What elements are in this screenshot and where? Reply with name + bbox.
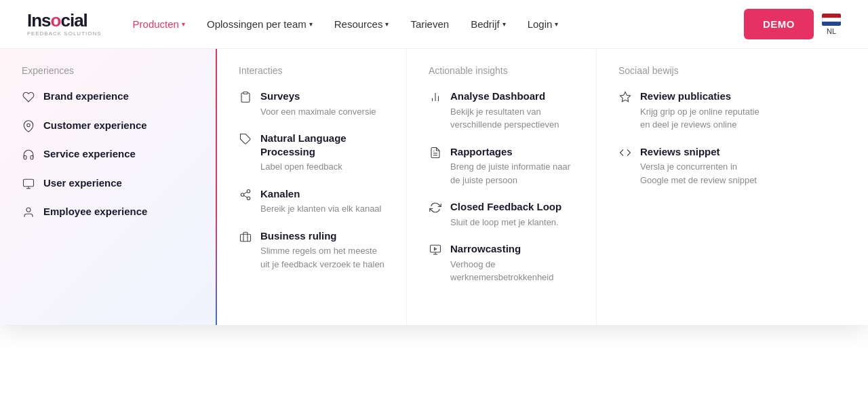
monitor-icon <box>22 177 35 191</box>
svg-point-8 <box>241 193 244 196</box>
heart-icon <box>22 90 35 104</box>
nav-item-login[interactable]: Login ▾ <box>518 13 568 35</box>
bar-chart-icon <box>429 90 442 104</box>
review-publicaties-title: Review publicaties <box>640 90 765 103</box>
kanalen-item[interactable]: Kanalen Bereik je klanten via elk kanaal <box>239 187 384 216</box>
business-ruling-item[interactable]: Business ruling Slimme regels om het mee… <box>239 229 384 271</box>
analyse-dashboard-title: Analyse Dashboard <box>450 90 574 103</box>
business-ruling-title: Business ruling <box>260 229 384 243</box>
map-pin-icon <box>22 119 35 133</box>
svg-point-7 <box>247 189 250 193</box>
headphones-icon <box>22 148 35 161</box>
svg-rect-12 <box>241 234 251 242</box>
customer-experience-item[interactable]: Customer experience <box>22 119 194 134</box>
closed-feedback-loop-title: Closed Feedback Loop <box>450 200 561 214</box>
service-experience-title: Service experience <box>43 147 136 161</box>
refresh-cw-icon <box>429 201 442 214</box>
nav-item-oplossingen[interactable]: Oplossingen per team ▾ <box>197 13 322 35</box>
nav-items: Producten ▾ Oplossingen per team ▾ Resou… <box>123 13 744 35</box>
rapportages-item[interactable]: Rapportages Breng de juiste informatie n… <box>429 145 574 187</box>
star-icon <box>618 90 632 104</box>
logo-text: Insocial <box>27 12 102 29</box>
svg-point-9 <box>247 197 250 200</box>
surveys-desc: Voor een maximale conversie <box>260 105 376 119</box>
svg-rect-5 <box>243 92 248 94</box>
nav-item-producten[interactable]: Producten ▾ <box>123 13 195 35</box>
tag-icon <box>239 132 252 146</box>
analyse-dashboard-desc: Bekijk je resultaten van verschillende p… <box>450 105 574 132</box>
surveys-title: Surveys <box>260 90 376 103</box>
brand-experience-title: Brand experience <box>43 90 129 103</box>
review-publicaties-desc: Krijg grip op je online reputatie en dee… <box>640 105 765 132</box>
actionable-insights-title: Actionable insights <box>429 65 574 76</box>
svg-line-10 <box>243 195 247 197</box>
logo-subtitle: Feedback Solutions <box>27 31 102 37</box>
review-publicaties-item[interactable]: Review publicaties Krijg grip op je onli… <box>618 90 765 132</box>
closed-feedback-loop-item[interactable]: Closed Feedback Loop Sluit de loop met j… <box>429 200 574 229</box>
chevron-down-icon: ▾ <box>182 20 185 28</box>
surveys-item[interactable]: Surveys Voor een maximale conversie <box>239 90 384 118</box>
nlp-item[interactable]: Natural Language Processing Label open f… <box>239 132 384 174</box>
svg-rect-1 <box>24 179 34 187</box>
briefcase-icon <box>239 230 252 244</box>
chevron-down-icon: ▾ <box>309 20 313 28</box>
analyse-dashboard-item[interactable]: Analyse Dashboard Bekijk je resultaten v… <box>429 90 574 132</box>
demo-button[interactable]: DEMO <box>744 9 814 39</box>
nav-right: DEMO NL <box>744 9 841 39</box>
nav-item-bedrijf[interactable]: Bedrijf ▾ <box>461 13 515 35</box>
narrowcasting-desc: Verhoog de werknemersbetrokkenheid <box>450 258 574 284</box>
interacties-title: Interacties <box>239 65 384 76</box>
svg-point-4 <box>26 208 31 212</box>
svg-marker-21 <box>435 248 437 250</box>
svg-line-11 <box>243 191 247 193</box>
brand-experience-item[interactable]: Brand experience <box>22 90 194 105</box>
closed-feedback-loop-desc: Sluit de loop met je klanten. <box>450 216 561 229</box>
user-experience-item[interactable]: User experience <box>22 176 194 192</box>
experiences-section: Experiences Brand experience Customer ex… <box>0 49 217 325</box>
nlp-desc: Label open feedback <box>260 160 384 174</box>
narrowcasting-title: Narrowcasting <box>450 242 574 256</box>
interacties-section: Interacties Surveys Voor een maximale co… <box>217 49 407 325</box>
customer-experience-title: Customer experience <box>43 119 147 132</box>
rapportages-title: Rapportages <box>450 145 574 159</box>
narrowcasting-item[interactable]: Narrowcasting Verhoog de werknemersbetro… <box>429 242 574 284</box>
navbar: Insocial Feedback Solutions Producten ▾ … <box>0 0 868 49</box>
sociaal-bewijs-title: Sociaal bewijs <box>618 65 765 76</box>
reviews-snippet-desc: Versla je concurrenten in Google met de … <box>640 160 765 187</box>
svg-point-0 <box>27 123 31 127</box>
reviews-snippet-title: Reviews snippet <box>640 145 765 159</box>
products-dropdown: Experiences Brand experience Customer ex… <box>0 49 868 325</box>
employee-experience-item[interactable]: Employee experience <box>22 205 194 221</box>
chevron-down-icon: ▾ <box>555 20 558 28</box>
employee-experience-title: Employee experience <box>43 205 147 218</box>
user-experience-title: User experience <box>43 176 122 190</box>
reviews-snippet-item[interactable]: Reviews snippet Versla je concurrenten i… <box>618 145 765 187</box>
chevron-down-icon: ▾ <box>502 20 506 28</box>
nav-item-resources[interactable]: Resources ▾ <box>325 13 399 35</box>
nl-flag <box>822 14 841 26</box>
actionable-insights-section: Actionable insights Analyse Dashboard Be… <box>407 49 597 325</box>
business-ruling-desc: Slimme regels om het meeste uit je feedb… <box>260 244 384 271</box>
file-text-icon <box>429 146 442 159</box>
logo[interactable]: Insocial Feedback Solutions <box>27 12 102 37</box>
language-label: NL <box>827 27 836 35</box>
code-icon <box>618 146 632 159</box>
share-icon <box>239 188 252 202</box>
nav-item-tarieven[interactable]: Tarieven <box>401 13 458 35</box>
user-icon <box>22 206 35 219</box>
clipboard-icon <box>239 90 252 104</box>
kanalen-title: Kanalen <box>260 187 382 201</box>
experiences-title: Experiences <box>22 65 194 76</box>
service-experience-item[interactable]: Service experience <box>22 147 194 163</box>
monitor-play-icon <box>429 243 442 256</box>
svg-marker-22 <box>620 92 631 102</box>
chevron-down-icon: ▾ <box>385 20 389 28</box>
sociaal-bewijs-section: Sociaal bewijs Review publicaties Krijg … <box>597 49 787 325</box>
nlp-title: Natural Language Processing <box>260 132 384 158</box>
rapportages-desc: Breng de juiste informatie naar de juist… <box>450 160 574 187</box>
language-selector[interactable]: NL <box>822 14 841 35</box>
kanalen-desc: Bereik je klanten via elk kanaal <box>260 202 382 216</box>
